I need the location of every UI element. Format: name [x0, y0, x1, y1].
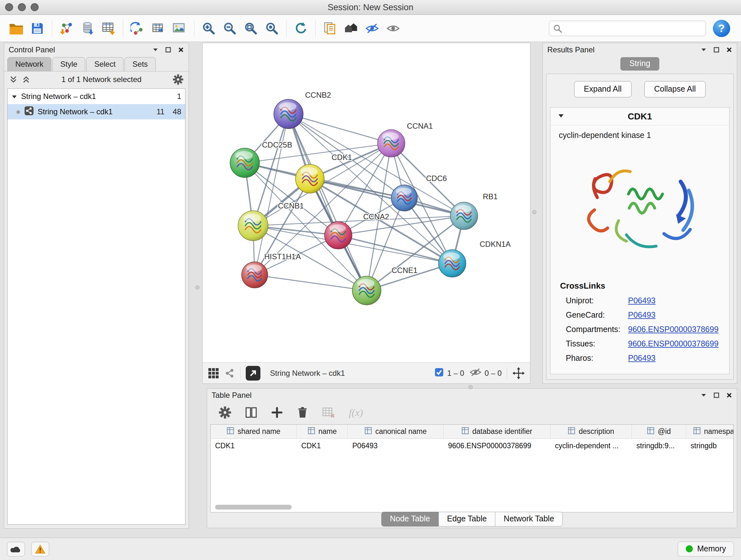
horizontal-scrollbar[interactable] — [215, 505, 292, 509]
crosslink-link[interactable]: P06493 — [628, 354, 656, 363]
delete-column-button[interactable] — [296, 407, 309, 419]
select-columns-button[interactable] — [245, 406, 258, 419]
import-table-file-button[interactable] — [98, 18, 119, 39]
column-type-icon — [647, 427, 655, 436]
panel-menu-icon[interactable] — [700, 48, 707, 52]
network-edge-HIST1H1A-CCNE1[interactable] — [255, 275, 367, 291]
close-panel-icon[interactable] — [726, 47, 732, 53]
tree-caret-icon[interactable] — [11, 92, 17, 101]
column-header-description[interactable]: description — [550, 425, 632, 438]
network-node-RB1[interactable] — [450, 202, 478, 230]
tab-select[interactable]: Select — [86, 57, 124, 71]
memory-button[interactable]: Memory — [678, 542, 734, 557]
splitter-handle[interactable] — [532, 210, 536, 214]
collapse-all-icon[interactable] — [9, 75, 17, 84]
new-network-from-selection-button[interactable] — [127, 18, 148, 39]
table-row[interactable]: CDK1CDK1P064939606.ENSP00000378699cyclin… — [211, 439, 733, 453]
splitter-handle[interactable] — [195, 286, 199, 290]
tab-string[interactable]: String — [620, 57, 659, 71]
network-node-CCNB2[interactable] — [274, 99, 303, 129]
pan-crosshair-icon[interactable] — [512, 367, 525, 380]
save-session-button[interactable] — [27, 18, 48, 39]
column-header-name[interactable]: name — [297, 425, 348, 438]
network-edge-CDK1-RB1[interactable] — [310, 179, 464, 216]
network-collection-row[interactable]: String Network – cdk1 1 — [8, 89, 185, 104]
collapse-all-button[interactable]: Collapse All — [644, 81, 706, 98]
tab-edge-table[interactable]: Edge Table — [439, 512, 495, 526]
expand-all-button[interactable]: Expand All — [574, 81, 631, 98]
float-panel-icon[interactable] — [713, 392, 720, 398]
tab-node-table[interactable]: Node Table — [381, 512, 439, 526]
tab-style[interactable]: Style — [52, 57, 85, 71]
network-row[interactable]: String Network – cdk1 11 48 — [8, 104, 185, 119]
network-edge-CCNB2-HIST1H1A[interactable] — [255, 114, 288, 275]
network-node-CDK1[interactable] — [295, 165, 324, 193]
crosslink-link[interactable]: 9606.ENSP00000378699 — [628, 339, 719, 348]
collapse-caret-icon[interactable] — [557, 113, 564, 120]
refresh-icon — [294, 21, 308, 36]
cloud-button[interactable] — [7, 542, 25, 557]
search-input[interactable] — [549, 21, 706, 36]
network-node-CDC25B[interactable] — [230, 148, 259, 178]
open-session-button[interactable] — [6, 18, 27, 39]
import-network-file-button[interactable] — [56, 18, 77, 39]
close-panel-icon[interactable] — [178, 47, 184, 53]
duplicate-network-button[interactable] — [320, 18, 340, 39]
network-node-CDC6[interactable] — [391, 185, 417, 211]
tab-network[interactable]: Network — [7, 57, 51, 71]
panel-menu-icon[interactable] — [152, 48, 158, 52]
hidden-eye-slash-icon[interactable] — [469, 368, 482, 379]
maximize-window-button[interactable] — [30, 3, 39, 11]
zoom-in-button[interactable] — [198, 18, 219, 39]
gene-card-header[interactable]: CDK1 — [550, 108, 729, 125]
network-node-CCNA2[interactable] — [325, 222, 352, 249]
selected-checkbox-icon[interactable] — [434, 368, 444, 379]
panel-menu-icon[interactable] — [700, 393, 707, 397]
gear-icon[interactable] — [173, 74, 184, 85]
network-node-CCNB1[interactable] — [238, 211, 268, 241]
delete-table-button[interactable] — [322, 407, 335, 419]
grid-view-icon[interactable] — [208, 368, 219, 379]
close-panel-icon[interactable] — [726, 392, 732, 398]
zoom-out-button[interactable] — [219, 18, 240, 39]
crosslink-link[interactable]: 9606.ENSP00000378699 — [628, 325, 719, 334]
float-panel-icon[interactable] — [713, 47, 720, 53]
column-header-canonical-name[interactable]: canonical name — [348, 425, 444, 438]
column-header--id[interactable]: @id — [632, 425, 686, 438]
zoom-fit-button[interactable] — [240, 18, 261, 39]
network-node-CCNA1[interactable] — [378, 130, 405, 157]
export-table-button[interactable] — [148, 18, 169, 39]
column-header-shared-name[interactable]: shared name — [211, 425, 297, 438]
help-button[interactable]: ? — [713, 20, 730, 37]
share-network-icon[interactable] — [224, 368, 235, 379]
network-node-HIST1H1A[interactable] — [242, 262, 268, 288]
network-edge-CCNB2-CCNA1[interactable] — [288, 114, 391, 143]
warnings-button[interactable] — [31, 542, 49, 557]
expand-all-icon[interactable] — [22, 75, 30, 84]
import-network-database-button[interactable] — [77, 18, 98, 39]
column-header-database-identifier[interactable]: database identifier — [444, 425, 550, 438]
column-header-namespac[interactable]: namespac — [686, 425, 734, 438]
network-node-CDKN1A[interactable] — [439, 250, 466, 277]
splitter-handle[interactable] — [468, 385, 473, 389]
apply-layout-button[interactable] — [290, 18, 312, 39]
minimize-window-button[interactable] — [18, 3, 26, 11]
tab-network-table[interactable]: Network Table — [495, 512, 562, 526]
crosslink-link[interactable]: P06493 — [628, 296, 656, 305]
function-builder-button[interactable]: f(x) — [349, 407, 363, 419]
network-node-CCNE1[interactable] — [352, 276, 381, 305]
network-canvas[interactable]: CCNB2CCNA1CDC25BCDK1CDC6RB1CCNB1CCNA2CDK… — [203, 43, 530, 362]
tab-sets[interactable]: Sets — [125, 57, 156, 71]
export-image-button[interactable] — [169, 18, 190, 39]
zoom-selected-button[interactable] — [261, 18, 282, 39]
crosslink-link[interactable]: P06493 — [628, 310, 656, 320]
float-panel-icon[interactable] — [165, 47, 172, 53]
network-edge-CCNB2-RB1[interactable] — [288, 114, 464, 216]
hide-selected-button[interactable] — [361, 18, 383, 39]
home-button[interactable] — [340, 18, 361, 39]
close-window-button[interactable] — [5, 3, 13, 11]
open-view-button[interactable] — [246, 366, 260, 381]
add-column-button[interactable] — [271, 407, 283, 419]
table-settings-button[interactable] — [219, 406, 231, 419]
show-all-button[interactable] — [383, 18, 404, 39]
